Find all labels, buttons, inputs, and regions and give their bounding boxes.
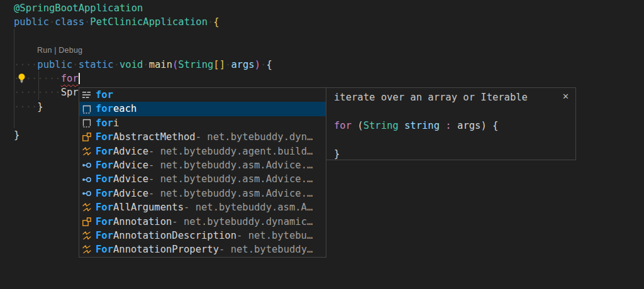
code-token: · <box>208 16 213 28</box>
suggestion-label-text: Advice <box>113 172 148 186</box>
lightbulb-icon[interactable] <box>16 73 27 84</box>
code-token: void <box>119 59 143 70</box>
class-icon <box>82 217 92 227</box>
code-line[interactable]: public·class·PetClinicApplication·{ <box>14 15 219 30</box>
annotation-icon <box>82 202 92 212</box>
suggestion-row[interactable]: for <box>79 88 326 102</box>
suggestion-doc-title: iterate over an array or Iterable <box>334 90 570 104</box>
suggestion-label-text: AnnotationDescription <box>113 229 236 243</box>
code-token: · <box>143 59 148 70</box>
code-token: · <box>84 16 90 28</box>
suggestion-row[interactable]: ForAdvice - net.bytebuddy.asm.Advice.… <box>79 158 326 172</box>
suggestion-match-text: For <box>96 187 113 200</box>
code-token: · <box>114 59 119 70</box>
suggestion-label-text: Advice <box>113 144 148 158</box>
suggestion-label-text: i <box>113 116 119 130</box>
suggestion-doc-code: for (String string : args) {} <box>334 104 570 161</box>
code-token: : <box>445 120 451 131</box>
code-token: String <box>178 59 213 70</box>
code-token: string <box>404 120 440 131</box>
suggestion-row[interactable]: ForAdvice - net.bytebuddy.agent.build… <box>79 144 326 158</box>
suggestion-row[interactable]: ForAllArguments - net.bytebuddy.asm.A… <box>79 200 326 214</box>
suggestion-label-text: each <box>113 102 136 116</box>
codelens-run-link[interactable]: Run <box>37 46 52 55</box>
code-token: } <box>334 148 340 160</box>
doc-code-line: for (String string : args) { <box>334 119 570 133</box>
suggestion-match-text: For <box>96 243 113 256</box>
codelens-debug-link[interactable]: Debug <box>58 46 82 55</box>
suggestion-match-text: for <box>96 116 113 130</box>
code-token: public <box>14 16 49 28</box>
code-token: ········ <box>14 87 61 98</box>
interface-icon <box>82 175 92 185</box>
suggestion-row[interactable]: ForAdvice - net.bytebuddy.asm.Advice.… <box>79 187 326 200</box>
interface-icon <box>82 188 92 199</box>
suggestion-row[interactable]: ForAnnotationDescription - net.bytebu… <box>79 229 326 243</box>
code-line[interactable]: @SpringBootApplication <box>14 1 143 16</box>
suggestion-detail-text: - net.bytebuddy.asm.Advice.… <box>148 158 313 172</box>
suggestion-row[interactable]: ForAnnotationProperty - net.bytebuddy… <box>79 243 326 256</box>
code-token: Spr <box>61 87 79 98</box>
suggestion-row[interactable]: fori <box>79 116 326 130</box>
code-token: for <box>61 73 79 84</box>
codelens: Run | Debug <box>37 45 82 55</box>
suggestion-match-text: For <box>96 215 113 229</box>
snippet-icon <box>82 104 92 114</box>
class-icon <box>82 132 92 142</box>
code-token: ···· <box>14 59 37 70</box>
code-token: · <box>72 59 78 70</box>
suggestion-row[interactable]: ForAnnotation - net.bytebuddy.dynamic… <box>79 215 326 229</box>
suggestion-row[interactable]: ForAdvice - net.bytebuddy.asm.Advice.… <box>79 172 326 186</box>
code-token: ) { <box>480 120 498 131</box>
suggest-details-popup: iterate over an array or Iterable ✕ for … <box>326 87 576 160</box>
doc-code-line <box>334 133 570 146</box>
close-icon[interactable]: ✕ <box>562 92 569 101</box>
suggestion-match-text: For <box>96 172 113 186</box>
code-token: · <box>260 59 266 70</box>
suggestion-detail-text: - net.bytebuddy.dynamic… <box>172 215 313 229</box>
code-token: main <box>149 59 172 70</box>
suggestion-label-text: Advice <box>113 187 148 200</box>
code-token: static <box>79 59 114 70</box>
suggestion-match-text: For <box>96 158 113 172</box>
suggestion-row[interactable]: ForAbstractMethod - net.bytebuddy.dyn… <box>79 130 326 144</box>
code-token: String <box>364 120 399 131</box>
code-token: args <box>457 120 480 131</box>
interface-icon <box>82 160 92 170</box>
code-token: } <box>37 101 43 112</box>
code-line[interactable]: ····public·static·void·main(String[]·arg… <box>14 58 272 72</box>
suggestion-detail-text: - net.bytebuddy.dyn… <box>196 130 313 144</box>
code-token: @SpringBootApplication <box>14 3 143 14</box>
code-token <box>440 120 445 131</box>
code-token <box>399 120 404 131</box>
code-token: ···· <box>14 101 37 112</box>
vscode-editor: @SpringBootApplicationpublic·class·PetCl… <box>0 0 644 289</box>
code-token: } <box>14 129 19 141</box>
suggestion-detail-text: - net.bytebuddy.asm.A… <box>184 200 313 214</box>
suggestion-match-text: For <box>96 229 113 243</box>
snippet-icon <box>82 118 92 128</box>
code-line[interactable]: } <box>14 128 19 143</box>
code-token: ( <box>352 120 364 131</box>
suggestion-label-text: AnnotationProperty <box>113 243 219 256</box>
code-token: ) <box>255 59 260 70</box>
suggestion-match-text: for <box>96 88 113 102</box>
suggestion-detail-text: - net.bytebuddy.asm.Advice.… <box>148 172 313 186</box>
annotation-icon <box>82 244 92 254</box>
suggestion-row[interactable]: foreach <box>79 102 326 116</box>
code-token <box>452 120 457 131</box>
suggestion-detail-text: - net.bytebu… <box>236 229 313 243</box>
code-token: · <box>49 16 55 28</box>
code-line[interactable]: ········Spr <box>14 85 79 100</box>
suggestion-label-text: AllArguments <box>113 200 184 214</box>
code-token: args <box>231 59 254 70</box>
suggest-widget: forforeachforiForAbstractMethod - net.by… <box>79 87 326 258</box>
code-token: PetClinicApplication <box>90 16 208 28</box>
suggestion-detail-text: - net.bytebuddy… <box>219 243 313 256</box>
code-token: [] <box>213 59 225 70</box>
suggestion-detail-text: - net.bytebuddy.agent.build… <box>148 144 313 158</box>
suggestion-match-text: for <box>96 102 113 116</box>
code-line[interactable]: ····} <box>14 100 43 114</box>
suggestion-match-text: For <box>96 144 113 158</box>
annotation-icon <box>82 231 92 241</box>
